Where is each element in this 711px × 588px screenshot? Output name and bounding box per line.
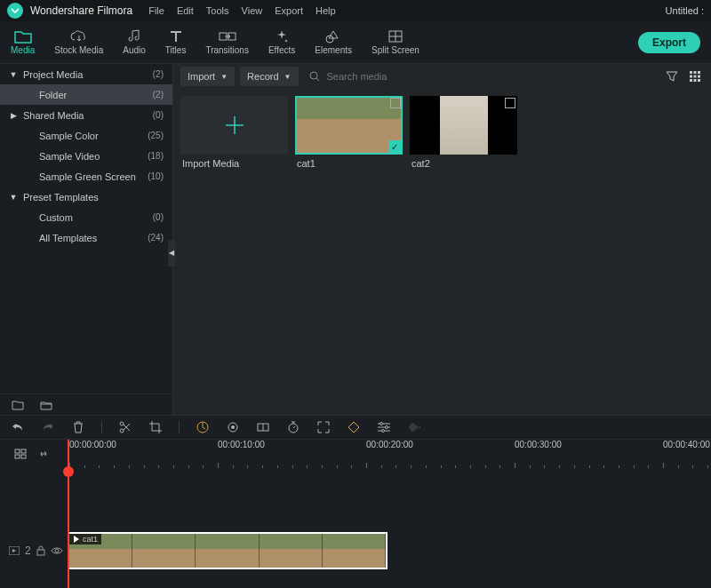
tree-all-templates[interactable]: All Templates(24)	[0, 227, 172, 248]
video-badge-icon	[390, 98, 401, 108]
export-button[interactable]: Export	[638, 32, 700, 53]
app-logo	[7, 3, 23, 19]
project-title: Untitled :	[666, 5, 704, 16]
timeline-ruler[interactable]: 00:00:00:0000:00:10:0000:00:20:0000:00:3…	[64, 440, 711, 468]
svg-point-18	[231, 425, 235, 429]
cloud-download-icon	[70, 29, 88, 44]
import-label: Import Media	[180, 158, 288, 169]
track-badge: 2	[25, 544, 31, 557]
svg-point-22	[386, 426, 388, 429]
svg-rect-11	[690, 79, 692, 82]
svg-point-30	[55, 549, 59, 552]
new-folder-button[interactable]	[9, 396, 27, 414]
tree-shared-media[interactable]: ▶Shared Media(0)	[0, 105, 172, 125]
svg-rect-26	[15, 455, 20, 458]
timeline-clip[interactable]: cat1	[68, 532, 387, 569]
audio-button[interactable]	[407, 420, 421, 434]
tree-sample-color[interactable]: Sample Color(25)	[0, 125, 172, 146]
music-note-icon	[125, 29, 143, 44]
grid-view-button[interactable]	[686, 68, 704, 85]
expand-button[interactable]	[316, 420, 331, 434]
svg-rect-24	[15, 449, 20, 453]
split-button[interactable]	[118, 420, 132, 434]
duration-button[interactable]	[286, 420, 300, 434]
media-label: cat2	[410, 158, 517, 169]
import-dropdown[interactable]: Import▼	[180, 67, 235, 86]
menu-tools[interactable]: Tools	[206, 5, 229, 16]
track-manage-button[interactable]	[13, 447, 28, 461]
ruler-label: 00:00:00:00	[69, 440, 116, 449]
svg-rect-7	[698, 71, 700, 74]
tree-preset-templates[interactable]: ▼Preset Templates	[0, 187, 172, 207]
search-input[interactable]	[325, 70, 653, 83]
shapes-icon	[324, 29, 342, 44]
open-folder-button[interactable]	[37, 396, 55, 414]
ruler-label: 00:00:30:00	[515, 440, 562, 449]
ruler-label: 00:00:40:00	[663, 440, 710, 449]
svg-rect-12	[694, 79, 697, 82]
sparkle-icon	[273, 29, 291, 44]
check-icon: ✓	[388, 140, 401, 153]
media-label: cat1	[295, 158, 403, 169]
tab-media[interactable]: Media	[11, 29, 35, 55]
tree-sample-green-screen[interactable]: Sample Green Screen(10)	[0, 166, 172, 187]
undo-button[interactable]	[11, 420, 25, 434]
color-button[interactable]	[226, 420, 240, 434]
tab-elements[interactable]: Elements	[315, 29, 352, 55]
keyframe-button[interactable]	[347, 420, 361, 434]
svg-rect-10	[698, 75, 700, 78]
tab-stock[interactable]: Stock Media	[54, 29, 103, 55]
svg-rect-29	[37, 550, 44, 555]
play-icon	[73, 536, 80, 543]
svg-rect-8	[690, 75, 692, 78]
menu-help[interactable]: Help	[316, 5, 336, 16]
menu-export[interactable]: Export	[275, 5, 303, 16]
track-visible-icon[interactable]	[51, 546, 63, 555]
tab-audio[interactable]: Audio	[123, 29, 146, 55]
playhead[interactable]	[68, 440, 69, 588]
tab-split[interactable]: Split Screen	[371, 29, 419, 55]
svg-point-4	[310, 72, 317, 79]
ruler-label: 00:00:20:00	[366, 440, 413, 449]
link-button[interactable]	[36, 447, 51, 461]
svg-rect-25	[21, 449, 26, 453]
import-media-button[interactable]	[180, 96, 288, 155]
redo-button[interactable]	[41, 420, 55, 434]
menu-file[interactable]: File	[148, 5, 164, 16]
crop-button[interactable]	[148, 420, 163, 434]
svg-rect-13	[698, 79, 700, 82]
svg-rect-6	[694, 71, 697, 74]
green-screen-button[interactable]	[256, 420, 270, 434]
speed-button[interactable]	[196, 420, 210, 434]
search-media[interactable]	[304, 70, 659, 83]
ruler-label: 00:00:10:00	[218, 440, 265, 449]
media-item-cat2[interactable]	[410, 96, 517, 155]
svg-point-14	[120, 422, 124, 425]
svg-point-21	[380, 423, 383, 425]
svg-rect-27	[21, 455, 26, 458]
svg-rect-5	[690, 71, 692, 74]
svg-point-23	[382, 430, 385, 433]
tree-folder[interactable]: Folder(2)	[0, 84, 172, 105]
folder-icon	[14, 29, 32, 44]
menu-edit[interactable]: Edit	[177, 5, 194, 16]
adjust-button[interactable]	[377, 420, 391, 434]
svg-rect-9	[694, 75, 697, 78]
track-video-icon	[9, 546, 20, 555]
media-item-cat1[interactable]: ✓	[295, 96, 403, 155]
collapse-sidebar-button[interactable]: ◀	[168, 240, 175, 266]
app-name: Wondershare Filmora	[30, 4, 132, 17]
tab-titles[interactable]: Titles	[165, 29, 187, 55]
delete-button[interactable]	[71, 420, 85, 434]
video-badge-icon	[505, 98, 515, 108]
record-dropdown[interactable]: Record▼	[240, 67, 298, 86]
tree-project-media[interactable]: ▼Project Media(2)	[0, 64, 172, 84]
track-lock-icon[interactable]	[36, 545, 45, 556]
filter-button[interactable]	[663, 68, 681, 85]
text-t-icon	[167, 29, 185, 44]
tree-sample-video[interactable]: Sample Video(18)	[0, 146, 172, 166]
tab-transitions[interactable]: Transitions	[205, 29, 249, 55]
tree-custom[interactable]: Custom(0)	[0, 207, 172, 227]
tab-effects[interactable]: Effects	[268, 29, 295, 55]
menu-view[interactable]: View	[242, 5, 263, 16]
